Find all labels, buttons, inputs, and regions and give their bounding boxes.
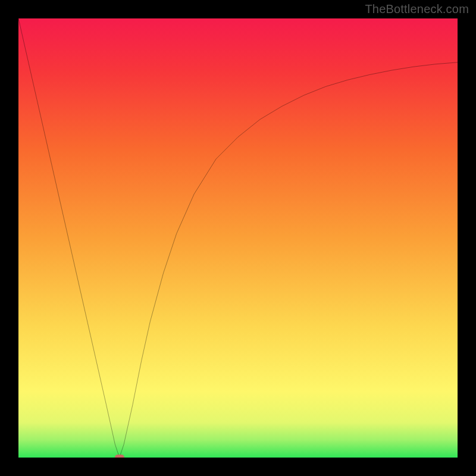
- optimum-marker: [115, 455, 124, 458]
- watermark-text: TheBottleneck.com: [365, 2, 469, 16]
- curve-layer: [18, 18, 458, 458]
- bottleneck-curve: [18, 18, 458, 458]
- chart-frame: TheBottleneck.com: [0, 0, 476, 476]
- plot-area: [18, 18, 458, 458]
